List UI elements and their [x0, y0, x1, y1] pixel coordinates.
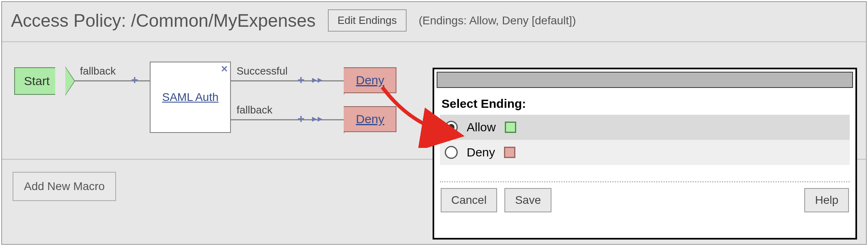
dialog-body: Select Ending: Allow Deny — [434, 90, 855, 165]
deny-ending-1[interactable]: Deny — [344, 67, 396, 93]
page-title: Access Policy: /Common/MyExpenses — [11, 11, 316, 31]
close-icon[interactable]: × — [221, 62, 228, 75]
edge-successful — [231, 80, 345, 81]
start-node[interactable]: Start — [14, 67, 55, 95]
saml-auth-node[interactable]: × SAML Auth — [150, 62, 231, 133]
arrows-icon: ►► — [310, 75, 322, 85]
ending-option-allow[interactable]: Allow — [440, 115, 850, 140]
select-ending-dialog: Select Ending: Allow Deny Cancel Save He… — [433, 68, 857, 240]
deny1-link[interactable]: Deny — [356, 73, 384, 87]
ending-option-deny[interactable]: Deny — [440, 140, 850, 165]
app-frame: Access Policy: /Common/MyExpenses Edit E… — [1, 1, 867, 245]
dialog-button-row: Cancel Save Help — [434, 182, 855, 218]
cancel-button[interactable]: Cancel — [441, 188, 497, 212]
arrows-icon-2: ►► — [310, 114, 322, 124]
endings-summary: (Endings: Allow, Deny [default]) — [419, 14, 576, 27]
add-new-macro-button[interactable]: Add New Macro — [13, 172, 116, 201]
deny-color-square-icon — [504, 147, 515, 158]
edit-endings-button[interactable]: Edit Endings — [328, 9, 407, 32]
deny-ending-2[interactable]: Deny — [344, 106, 396, 132]
allow-color-square-icon — [505, 122, 516, 133]
edge-fallback2 — [231, 119, 345, 120]
start-node-arrow-fill — [65, 67, 74, 95]
spacer — [559, 188, 797, 212]
add-node-icon-2[interactable]: + — [297, 73, 305, 87]
add-node-icon[interactable]: + — [131, 73, 138, 87]
radio-deny[interactable] — [445, 146, 458, 159]
help-button[interactable]: Help — [804, 188, 849, 212]
start-label: Start — [24, 74, 50, 88]
option-label-deny: Deny — [467, 145, 495, 159]
add-node-icon-3[interactable]: + — [297, 112, 305, 126]
policy-header: Access Policy: /Common/MyExpenses Edit E… — [2, 2, 866, 42]
deny2-link[interactable]: Deny — [356, 112, 384, 126]
save-button[interactable]: Save — [504, 188, 551, 212]
edge-label-successful: Successful — [237, 65, 288, 77]
saml-auth-link[interactable]: SAML Auth — [162, 91, 218, 104]
dialog-heading: Select Ending: — [442, 97, 850, 111]
radio-allow[interactable] — [445, 121, 458, 134]
dialog-titlebar[interactable] — [437, 72, 853, 88]
edge-label-fallback1: fallback — [80, 65, 116, 77]
option-label-allow: Allow — [467, 120, 496, 134]
edge-start-saml — [74, 80, 150, 81]
edge-label-fallback2: fallback — [237, 104, 272, 116]
